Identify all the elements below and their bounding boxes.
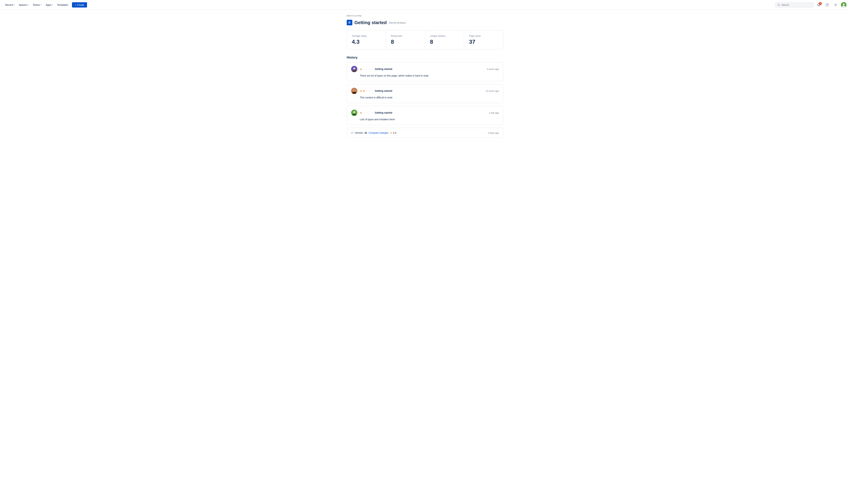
help-button[interactable] (824, 2, 830, 8)
review-time: 1 day ago (489, 111, 499, 114)
svg-point-16 (354, 90, 355, 91)
star-empty: ☆ (371, 111, 374, 114)
svg-point-13 (353, 68, 355, 70)
nav-apps-label: Apps (46, 3, 51, 6)
star-empty: ☆ (363, 68, 365, 71)
page-title-row: Getting started Secret product (347, 20, 503, 25)
reviewer-avatar (351, 110, 357, 116)
search-input[interactable] (781, 3, 811, 6)
review-card: ★ ☆ ☆ ☆ ☆ Getting started 1 day ago Lots… (347, 106, 503, 125)
nav-recent[interactable]: Recent ▾ (3, 2, 16, 7)
notification-badge: 8 (819, 2, 822, 5)
stat-responses-label: Responses (391, 35, 420, 37)
avatar-icon (841, 2, 847, 8)
avatar-2-icon (351, 88, 357, 94)
chevron-down-icon: ▾ (52, 4, 53, 6)
review-time: 4 hours ago (487, 68, 499, 70)
review-card: ★ ★ ☆ ☆ ☆ Getting started 12 hours ago T… (347, 84, 503, 103)
help-icon (826, 3, 829, 7)
review-comment: Lots of typos and mistakes here! (351, 118, 499, 121)
review-left: ★ ☆ ☆ ☆ ☆ Getting started (351, 110, 392, 116)
history-section-title: History (347, 56, 503, 59)
avatar-face (351, 88, 357, 94)
review-meta: ★ ★ ☆ ☆ ☆ Getting started (360, 89, 392, 93)
star-empty: ☆ (365, 89, 368, 93)
gear-icon (834, 3, 837, 7)
search-icon (777, 3, 780, 6)
settings-button[interactable] (833, 2, 839, 8)
reviewer-avatar (351, 88, 357, 94)
stat-page-views-value: 37 (469, 39, 498, 45)
nav-apps[interactable]: Apps ▾ (44, 2, 55, 7)
page-icon (347, 20, 352, 25)
star-empty: ☆ (365, 68, 368, 71)
stat-page-views: Page views 37 (464, 31, 503, 49)
page-title: Getting started (355, 20, 387, 25)
create-button-label: + Create (75, 3, 84, 6)
review-left: ★ ★ ☆ ☆ ☆ Getting started (351, 88, 392, 94)
stat-responses-value: 8 (391, 39, 420, 45)
review-page-title: Getting started (375, 68, 392, 70)
star-filled: ★ (360, 89, 362, 93)
svg-point-7 (842, 5, 845, 8)
review-page-title: Getting started (375, 89, 392, 92)
star-empty: ☆ (368, 68, 370, 71)
svg-point-18 (353, 111, 355, 113)
user-avatar[interactable] (841, 2, 847, 8)
star-filled: ★ (363, 89, 365, 93)
page-space: Secret product (389, 21, 406, 24)
version-label: Version (355, 131, 363, 134)
compare-changes-link[interactable]: Compare changes (368, 131, 388, 134)
stat-unique-viewers-label: Unique viewers (430, 35, 459, 37)
rating-value: 4.3 (393, 131, 396, 134)
review-left: ★ ☆ ☆ ☆ ☆ Getting started (351, 66, 392, 72)
stat-unique-viewers: Unique viewers 8 (425, 31, 464, 49)
back-link[interactable]: Back to survey (347, 14, 362, 17)
review-header: ★ ☆ ☆ ☆ ☆ Getting started 1 day ago (351, 110, 499, 116)
star-empty: ☆ (371, 89, 374, 93)
nav-spaces-label: Spaces (19, 3, 27, 6)
nav-templates-label: Templates (57, 3, 68, 6)
review-meta: ★ ☆ ☆ ☆ ☆ Getting started (360, 111, 392, 114)
nav-teams[interactable]: Teams ▾ (31, 2, 43, 7)
avatar-1-icon (351, 66, 357, 72)
star-empty: ☆ (368, 111, 370, 114)
review-header: ★ ☆ ☆ ☆ ☆ Getting started 4 hours ago (351, 66, 499, 72)
create-button[interactable]: + Create (72, 2, 87, 7)
review-time: 12 hours ago (486, 90, 499, 92)
svg-point-4 (835, 4, 836, 5)
stat-page-views-label: Page views (469, 35, 498, 37)
notifications-button[interactable]: 8 (816, 2, 822, 8)
stat-responses: Responses 8 (386, 31, 425, 49)
star-empty: ☆ (365, 111, 368, 114)
stars-row: ★ ★ ☆ ☆ ☆ (360, 89, 374, 93)
avatar-3-icon (351, 110, 357, 116)
stars-row: ★ ☆ ☆ ☆ ☆ (360, 68, 374, 71)
header: Recent ▾ Spaces ▾ Teams ▾ Apps ▾ Templat… (0, 0, 850, 10)
review-meta: ★ ☆ ☆ ☆ ☆ Getting started (360, 68, 392, 71)
chevron-down-icon: ▾ (28, 4, 29, 6)
tag-icon: 🏷 (351, 131, 354, 134)
star-empty: ☆ (371, 68, 374, 71)
chevron-down-icon: ▾ (14, 4, 15, 6)
star-filled: ★ (360, 68, 362, 71)
search-box[interactable] (775, 2, 814, 7)
stats-card: Average rating 4.3 Responses 8 Unique vi… (347, 30, 503, 50)
nav-templates[interactable]: Templates (55, 2, 70, 7)
document-icon (348, 21, 351, 24)
stat-unique-viewers-value: 8 (430, 39, 459, 45)
stars-row: ★ ☆ ☆ ☆ ☆ (360, 111, 374, 114)
star-empty: ☆ (368, 89, 370, 93)
svg-point-6 (843, 3, 845, 5)
header-right: 8 (775, 2, 847, 8)
nav-recent-label: Recent (5, 3, 13, 6)
stat-average-rating-value: 4.3 (352, 39, 381, 45)
rating-star: ★ (390, 131, 392, 134)
star-filled: ★ (360, 111, 362, 114)
version-card: 🏷 Version 41 Compare changes ★ 4.3 3 day… (347, 128, 503, 138)
chevron-down-icon: ▾ (40, 4, 41, 6)
version-number: 41 (364, 131, 367, 134)
review-comment: There are lot of typos on this page, whi… (351, 74, 499, 77)
nav-spaces[interactable]: Spaces ▾ (17, 2, 30, 7)
version-rating: ★ 4.3 (390, 131, 396, 134)
